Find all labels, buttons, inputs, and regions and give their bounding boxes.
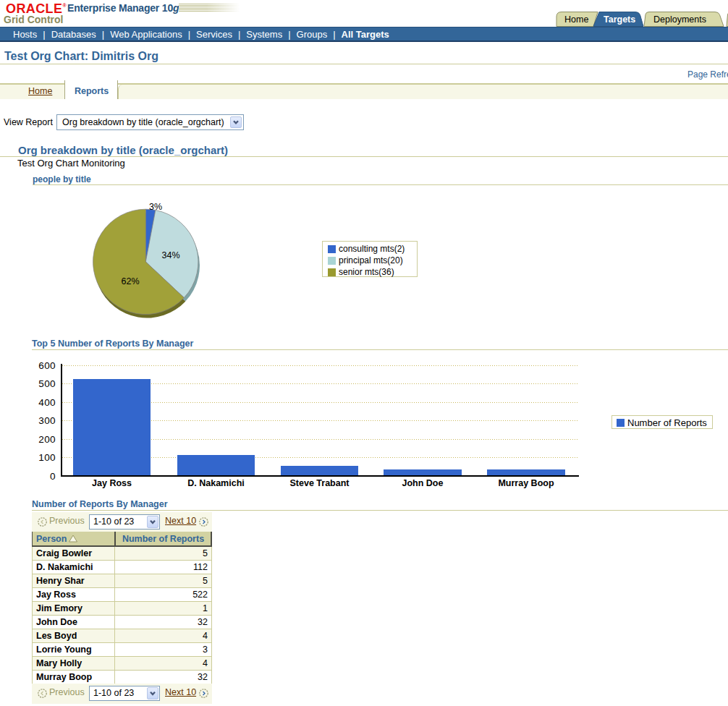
svg-text:Targets: Targets xyxy=(604,14,635,25)
svg-text:3%: 3% xyxy=(149,202,162,212)
svg-text:62%: 62% xyxy=(121,276,139,286)
svg-text:34%: 34% xyxy=(161,250,179,260)
svg-text:Deployments: Deployments xyxy=(653,14,706,25)
svg-text:Home: Home xyxy=(564,14,588,25)
